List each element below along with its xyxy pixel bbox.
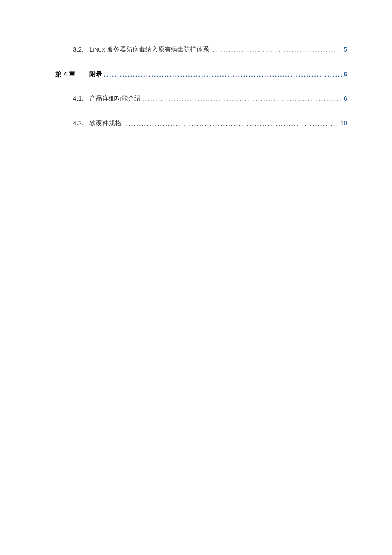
toc-title: 软硬件规格 (89, 119, 121, 128)
toc-number: 3.2. (55, 45, 89, 55)
toc-entry-chapter-4[interactable]: 第 4 章 附录 ...............................… (55, 69, 347, 79)
toc-number: 4.1. (55, 94, 89, 104)
toc-dots: ........................................… (104, 70, 342, 80)
toc-title: 产品详细功能介绍 (89, 94, 141, 104)
toc-number: 第 4 章 (55, 69, 89, 79)
toc-number: 4.2. (55, 119, 89, 128)
toc-title: LINUX 服务器防病毒纳入原有病毒防护体系: (89, 45, 211, 55)
toc-dots: ........................................… (123, 119, 338, 129)
toc-entry-4-1[interactable]: 4.1. 产品详细功能介绍 ..........................… (55, 94, 347, 104)
toc-dots: ........................................… (213, 45, 342, 55)
toc-title: 附录 (89, 69, 102, 79)
toc-entry-3-2[interactable]: 3.2. LINUX 服务器防病毒纳入原有病毒防护体系: ...........… (55, 45, 347, 55)
toc-page: 10 (340, 119, 347, 128)
toc-entry-4-2[interactable]: 4.2. 软硬件规格 .............................… (55, 119, 347, 128)
toc-dots: ........................................… (142, 94, 342, 104)
toc-page: 6 (344, 69, 347, 79)
toc-page: 5 (344, 45, 347, 55)
toc-page: 6 (344, 94, 347, 104)
